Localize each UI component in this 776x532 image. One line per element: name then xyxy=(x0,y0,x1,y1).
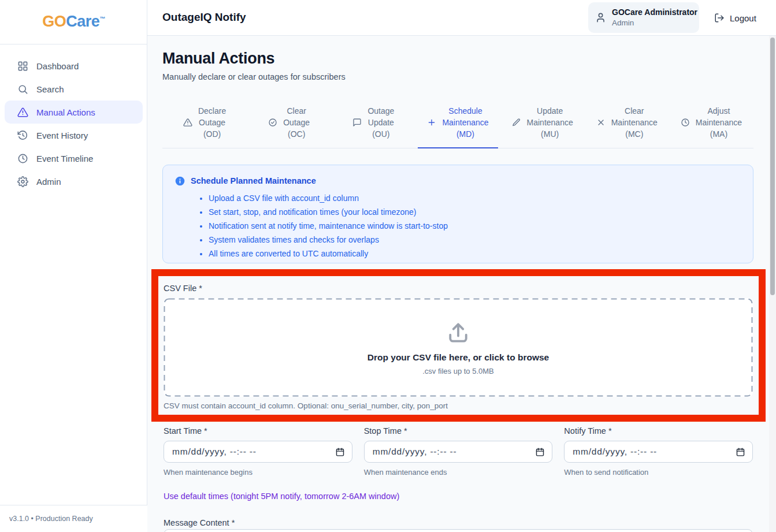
sidebar-item-label: Admin xyxy=(36,177,61,187)
calendar-icon[interactable] xyxy=(335,447,345,457)
stop-time-label: Stop Time * xyxy=(364,426,553,436)
dropzone-subtitle: .csv files up to 5.0MB xyxy=(422,367,494,375)
gocare-logo: GOCare™ xyxy=(0,13,147,31)
notify-time-input[interactable]: mm/dd/yyyy, --:-- -- xyxy=(564,441,753,463)
tab-label: Schedule xyxy=(448,106,482,116)
start-time-placeholder: mm/dd/yyyy, --:-- -- xyxy=(172,447,335,457)
info-bullet: System validates times and checks for ov… xyxy=(209,235,448,244)
tab-code: (MU) xyxy=(541,129,559,139)
stop-time-helper: When maintenance ends xyxy=(364,468,553,477)
page-title: Manual Actions xyxy=(162,50,274,68)
sidebar-divider xyxy=(0,44,147,44)
tab-outage-update[interactable]: OutageUpdate(OU) xyxy=(331,97,415,148)
tab-code: (OC) xyxy=(288,129,305,139)
stop-time-field: Stop Time * mm/dd/yyyy, --:-- -- When ma… xyxy=(364,426,553,477)
info-icon xyxy=(175,176,185,186)
logo-trademark: ™ xyxy=(99,16,105,22)
logo-go-text: GO xyxy=(42,13,66,30)
sidebar-item-manual-actions[interactable]: Manual Actions xyxy=(5,101,143,124)
dropzone-title: Drop your CSV file here, or click to bro… xyxy=(367,352,549,363)
sidebar-item-event-timeline[interactable]: Event Timeline xyxy=(5,147,143,170)
top-header: OutageIQ Notify GOCare Administrator Adm… xyxy=(147,0,776,36)
tab-label: Clear xyxy=(287,106,306,116)
info-bullet-list: Upload a CSV file with account_id column… xyxy=(200,194,448,263)
check-circle-icon xyxy=(268,118,277,127)
tab-declare-outage[interactable]: DeclareOutage(OD) xyxy=(162,97,247,148)
sidebar-item-label: Search xyxy=(36,84,64,94)
message-content-textarea[interactable] xyxy=(164,529,753,532)
calendar-icon[interactable] xyxy=(535,447,545,457)
csv-dropzone[interactable]: Drop your CSV file here, or click to bro… xyxy=(164,298,753,397)
sidebar: GOCare™ Dashboard Search Manual Actions … xyxy=(0,0,147,532)
calendar-icon[interactable] xyxy=(736,447,745,457)
action-tabs: DeclareOutage(OD) ClearOutage(OC) Outage… xyxy=(162,97,753,148)
tab-code: (MD) xyxy=(456,129,474,139)
app-title: OutageIQ Notify xyxy=(162,11,246,24)
tab-code: (MC) xyxy=(625,129,643,139)
history-icon xyxy=(17,130,28,141)
tab-clear-maintenance[interactable]: ClearMaintenance(MC) xyxy=(585,97,669,148)
logout-button[interactable]: Logout xyxy=(714,0,756,36)
time-fields-row: Start Time * mm/dd/yyyy, --:-- -- When m… xyxy=(164,426,753,477)
tab-label: Maintenance xyxy=(442,118,488,127)
alert-triangle-icon xyxy=(17,107,28,118)
alert-triangle-icon xyxy=(183,118,192,127)
x-icon xyxy=(596,118,606,127)
csv-file-label: CSV File * xyxy=(164,284,202,293)
sidebar-item-dashboard[interactable]: Dashboard xyxy=(5,54,143,77)
app-window: GOCare™ Dashboard Search Manual Actions … xyxy=(0,0,776,532)
info-callout: Schedule Planned Maintenance Upload a CS… xyxy=(162,165,753,263)
tab-code: (OD) xyxy=(203,129,221,139)
user-icon xyxy=(595,12,606,23)
tab-code: (OU) xyxy=(372,129,389,139)
tab-label: Outage xyxy=(367,106,394,116)
dropzone-content: Drop your CSV file here, or click to bro… xyxy=(164,298,753,397)
tab-label: Outage xyxy=(283,118,310,127)
user-role: Admin xyxy=(612,18,697,28)
message-square-icon xyxy=(352,118,362,127)
tab-label: Maintenance xyxy=(611,118,658,127)
start-time-input[interactable]: mm/dd/yyyy, --:-- -- xyxy=(164,441,352,463)
csv-helper-text: CSV must contain account_id column. Opti… xyxy=(164,401,448,410)
user-chip[interactable]: GOCare Administrator Admin xyxy=(588,2,699,33)
sidebar-nav: Dashboard Search Manual Actions Event Hi… xyxy=(5,54,143,193)
version-footer: v3.1.0 • Production Ready xyxy=(0,505,147,532)
start-time-helper: When maintenance begins xyxy=(164,468,352,477)
scrollbar-thumb[interactable] xyxy=(770,38,775,295)
page-subtitle: Manually declare or clear outages for su… xyxy=(162,72,346,81)
tab-adjust-maintenance[interactable]: AdjustMaintenance(MA) xyxy=(669,97,753,148)
edit-icon xyxy=(512,118,521,127)
start-time-field: Start Time * mm/dd/yyyy, --:-- -- When m… xyxy=(164,426,352,477)
sidebar-item-search[interactable]: Search xyxy=(5,77,143,101)
stop-time-input[interactable]: mm/dd/yyyy, --:-- -- xyxy=(364,441,553,463)
info-bullet: Notification sent at notify time, mainte… xyxy=(209,221,448,230)
info-title: Schedule Planned Maintenance xyxy=(191,176,316,185)
main-content: Manual Actions Manually declare or clear… xyxy=(147,36,769,532)
logo-care-text: Care xyxy=(66,13,99,30)
sidebar-item-label: Dashboard xyxy=(36,61,79,71)
use-default-times-link[interactable]: Use default times (tonight 5PM notify, t… xyxy=(164,492,399,501)
clock-icon xyxy=(681,118,690,127)
version-text: v3.1.0 • Production Ready xyxy=(9,515,93,523)
message-content-label: Message Content * xyxy=(164,518,235,527)
tab-label: Maintenance xyxy=(527,118,573,127)
dashboard-grid-icon xyxy=(17,61,28,72)
sidebar-item-label: Event History xyxy=(36,131,88,140)
stop-time-placeholder: mm/dd/yyyy, --:-- -- xyxy=(373,447,536,457)
search-icon xyxy=(17,84,28,95)
tab-label: Adjust xyxy=(707,106,730,116)
logout-icon xyxy=(714,13,725,23)
tab-label: Update xyxy=(368,118,394,127)
info-bullet: Upload a CSV file with account_id column xyxy=(209,194,448,203)
gear-icon xyxy=(17,176,28,187)
tab-label: Outage xyxy=(199,118,225,127)
sidebar-item-admin[interactable]: Admin xyxy=(5,170,143,193)
scrollbar-track[interactable] xyxy=(769,36,776,532)
tab-update-maintenance[interactable]: UpdateMaintenance(MU) xyxy=(500,97,585,148)
tab-schedule-maintenance[interactable]: ScheduleMaintenance(MD) xyxy=(415,97,500,148)
start-time-label: Start Time * xyxy=(164,426,352,436)
logout-label: Logout xyxy=(730,13,756,23)
sidebar-item-event-history[interactable]: Event History xyxy=(5,124,143,147)
tab-clear-outage[interactable]: ClearOutage(OC) xyxy=(247,97,331,148)
sidebar-item-label: Manual Actions xyxy=(36,107,95,117)
